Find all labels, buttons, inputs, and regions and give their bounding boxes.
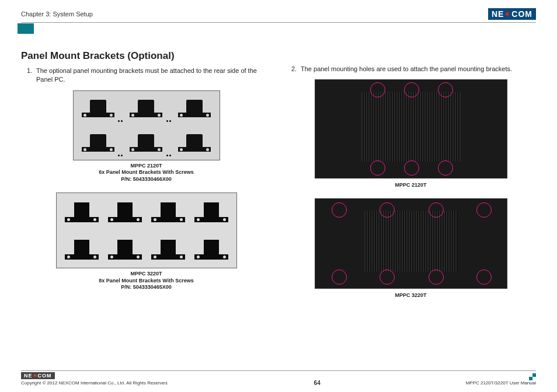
- header-divider: [21, 22, 536, 23]
- footer-logo: NE✶COM: [21, 372, 55, 379]
- figure-panel-2120: MPPC 2120T: [286, 79, 536, 188]
- step-2: 2. The panel mounting holes are used to …: [286, 65, 536, 74]
- figure-brackets-8: MPPC 3220T 8x Panel Mount Brackets With …: [21, 192, 271, 291]
- heatsink-icon: [364, 211, 458, 272]
- nexcom-logo: NE✶COM: [488, 8, 536, 20]
- section-title: Panel Mount Brackets (Optional): [21, 50, 271, 62]
- step-1: 1. The optional panel mounting brackets …: [21, 66, 271, 85]
- corner-mark-icon: [529, 373, 536, 380]
- mount-hole-marker: [370, 82, 385, 97]
- copyright-text: Copyright © 2012 NEXCOM International Co…: [21, 380, 169, 386]
- caption-line: MPPC 3220T: [21, 271, 271, 278]
- page-number: 64: [314, 380, 321, 386]
- caption-line: P/N: 5043330465X00: [21, 284, 271, 291]
- mount-hole-marker: [332, 202, 347, 218]
- chapter-label: Chapter 3: System Setup: [21, 10, 93, 18]
- footer-divider: [21, 370, 536, 371]
- step-number: 2.: [291, 65, 301, 74]
- caption-line: MPPC 2120T: [21, 163, 271, 170]
- bracket-icon: [65, 200, 99, 223]
- page-tab-marker: [18, 23, 34, 34]
- bracket-icon: [82, 97, 114, 118]
- manual-name: MPPC 2120T/3220T User Manual: [466, 380, 536, 386]
- step-text: The panel mounting holes are used to att…: [301, 65, 536, 74]
- caption-line: P/N: 5043330466X00: [21, 176, 271, 183]
- step-number: 1.: [27, 66, 36, 85]
- figure-panel-3220: MPPC 3220T: [286, 198, 536, 298]
- caption-2120: MPPC 2120T: [286, 182, 536, 188]
- caption-line: 8x Panel Mount Brackets With Screws: [21, 278, 271, 285]
- figure-brackets-6: MPPC 2120T 6x Panel Mount Brackets With …: [21, 90, 271, 183]
- step-text: The optional panel mounting brackets mus…: [36, 66, 271, 85]
- heatsink-icon: [361, 92, 461, 162]
- caption-line: 6x Panel Mount Brackets With Screws: [21, 169, 271, 176]
- caption-3220: MPPC 3220T: [286, 292, 536, 298]
